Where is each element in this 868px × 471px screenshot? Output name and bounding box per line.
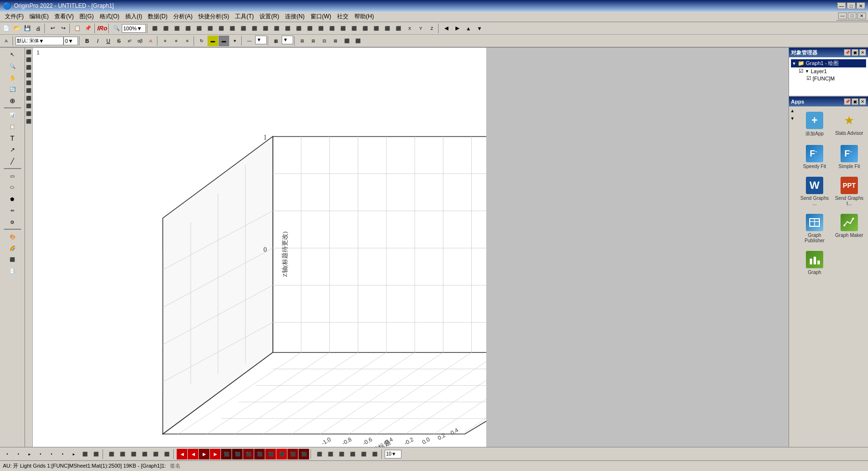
rotate-btn[interactable]: ↻ bbox=[196, 36, 207, 46]
print-button[interactable]: 🖨 bbox=[33, 23, 43, 34]
close-button[interactable]: ✕ bbox=[856, 2, 865, 9]
zoom-in-button[interactable]: 🔍 bbox=[111, 23, 122, 34]
underline-button[interactable]: U bbox=[103, 36, 114, 46]
menu-edit[interactable]: 编辑(E) bbox=[26, 12, 52, 22]
freehand-tool[interactable]: ✏ bbox=[4, 205, 21, 216]
fontsize-dropdown[interactable]: 0▼ bbox=[64, 37, 78, 45]
apps-close-btn[interactable]: ✕ bbox=[859, 98, 866, 105]
data-reader-tool[interactable]: 📊 bbox=[4, 110, 21, 120]
strikethrough-button[interactable]: S bbox=[114, 36, 124, 46]
screen-reader-tool[interactable]: 📋 bbox=[4, 121, 21, 132]
scale-tool[interactable]: ⚙ bbox=[4, 217, 21, 227]
obj-manager-float-btn[interactable]: ▣ bbox=[852, 49, 858, 56]
bt-nav-4[interactable]: ▶ bbox=[210, 449, 220, 459]
tb-btn-h[interactable]: ⬛ bbox=[227, 23, 238, 34]
obj-manager-pin-btn[interactable]: 📌 bbox=[844, 49, 851, 56]
line-draw-tool[interactable]: ╱ bbox=[4, 156, 21, 167]
tb-btn-v[interactable]: ⬛ bbox=[382, 23, 393, 34]
bt-number-dropdown[interactable]: 10▼ bbox=[385, 450, 402, 458]
pointer-tool[interactable]: ↖ bbox=[4, 49, 21, 60]
maximize-button[interactable]: □ bbox=[847, 2, 855, 9]
rs-btn-7[interactable]: ⬛ bbox=[26, 95, 32, 102]
rs-btn-6[interactable]: ⬛ bbox=[26, 87, 32, 94]
arrow-up-btn[interactable]: ▲ bbox=[463, 23, 474, 34]
obj-manager-close-btn[interactable]: ✕ bbox=[859, 49, 866, 56]
app-item-graph[interactable]: Graph bbox=[798, 248, 831, 278]
app-item-stats[interactable]: ★ Stats Advisor bbox=[832, 108, 866, 141]
tb-btn-f[interactable]: ⬛ bbox=[205, 23, 216, 34]
tb-btn-e[interactable]: ⬛ bbox=[194, 23, 205, 34]
color-bar-tool[interactable]: 🌈 bbox=[4, 243, 21, 253]
tb-btn-x[interactable]: X bbox=[404, 23, 415, 34]
bt-btn-3[interactable]: ▸ bbox=[24, 449, 35, 459]
new-button[interactable]: 📄 bbox=[1, 23, 12, 34]
app-item-simplefit[interactable]: F ~ Simple Fit bbox=[832, 142, 866, 172]
bt-nav-10[interactable]: ⬛ bbox=[276, 449, 287, 459]
bt-nav-6[interactable]: ⬛ bbox=[232, 449, 243, 459]
italic-button[interactable]: I bbox=[92, 36, 103, 46]
apps-pin-btn[interactable]: 📌 bbox=[844, 98, 851, 105]
tb-btn-o[interactable]: ⬛ bbox=[305, 23, 315, 34]
tb-btn-c[interactable]: ⬛ bbox=[172, 23, 182, 34]
bt-btn-1[interactable]: • bbox=[2, 449, 13, 459]
tb-extra-a[interactable]: ⬛ bbox=[341, 36, 352, 46]
menu-insert[interactable]: 插入(I) bbox=[122, 12, 145, 22]
bold-button[interactable]: B bbox=[82, 36, 92, 46]
tree-item-graph1[interactable]: ▼ 📁 Graph1 - 绘图 bbox=[791, 59, 866, 67]
bt-btn-11[interactable]: ⬛ bbox=[117, 449, 128, 459]
inner-minimize-button[interactable]: — bbox=[838, 13, 847, 19]
app-item-add[interactable]: + 添加App bbox=[798, 108, 831, 141]
bt-btn-6[interactable]: • bbox=[57, 449, 68, 459]
menu-quick[interactable]: 快捷分析(S) bbox=[195, 12, 232, 22]
text-tool-btn[interactable]: A bbox=[1, 36, 12, 46]
align-center-btn[interactable]: ≡ bbox=[171, 36, 181, 46]
tree-check-layer1[interactable]: ☑ bbox=[799, 68, 803, 74]
bt-extra-1[interactable]: ⬛ bbox=[314, 449, 324, 459]
rs-btn-2[interactable]: ⬛ bbox=[26, 56, 32, 63]
tb-btn-p[interactable]: ⬛ bbox=[316, 23, 326, 34]
rs-btn-10[interactable]: ⬛ bbox=[26, 118, 32, 125]
text-color-btn[interactable]: A bbox=[145, 36, 156, 46]
arrow-left-btn[interactable]: ◀ bbox=[441, 23, 452, 34]
menu-connect[interactable]: 连接(N) bbox=[282, 12, 308, 22]
rs-btn-5[interactable]: ⬛ bbox=[26, 79, 32, 86]
font-dropdown[interactable]: 默认: 宋体▼ bbox=[15, 37, 64, 45]
color2-btn[interactable]: ▬ bbox=[219, 36, 229, 46]
tb-btn-n[interactable]: ⬛ bbox=[294, 23, 304, 34]
polygon-tool[interactable]: ⬟ bbox=[4, 194, 21, 204]
tb-btn-l[interactable]: ⬛ bbox=[272, 23, 282, 34]
rs-btn-8[interactable]: ⬛ bbox=[26, 103, 32, 109]
tb-btn-q[interactable]: ⬛ bbox=[327, 23, 337, 34]
tree-item-func[interactable]: ☑ [FUNC]M bbox=[791, 75, 866, 82]
bt-btn-14[interactable]: ⬛ bbox=[150, 449, 161, 459]
bt-btn-15[interactable]: ⬛ bbox=[161, 449, 172, 459]
inner-maximize-button[interactable]: □ bbox=[848, 13, 856, 19]
tb-btn-i[interactable]: ⬛ bbox=[238, 23, 249, 34]
tb-btn-a[interactable]: ⬛ bbox=[150, 23, 160, 34]
gridsize-btn[interactable]: ▦ bbox=[271, 36, 281, 46]
rect-tool[interactable]: ▭ bbox=[4, 170, 21, 181]
arrow-down-btn[interactable]: ▼ bbox=[474, 23, 485, 34]
redo-button[interactable]: ↪ bbox=[58, 23, 68, 34]
tb-btn-u[interactable]: ⬛ bbox=[371, 23, 382, 34]
bt-nav-9[interactable]: ⬛ bbox=[265, 449, 276, 459]
bt-nav-2[interactable]: ◀ bbox=[188, 449, 198, 459]
gridsize-drop[interactable]: ▼ bbox=[282, 36, 293, 44]
tb-btn-y[interactable]: Y bbox=[415, 23, 426, 34]
ellipse-tool[interactable]: ⬭ bbox=[4, 182, 21, 193]
bt-nav-3[interactable]: ▶ bbox=[199, 449, 209, 459]
alpha-btn[interactable]: αβ bbox=[135, 36, 145, 46]
bt-extra-5[interactable]: ⬛ bbox=[358, 449, 369, 459]
zoom-tool[interactable]: 🔍 bbox=[4, 61, 21, 71]
menu-tools[interactable]: 工具(T) bbox=[232, 12, 257, 22]
menu-analysis[interactable]: 分析(A) bbox=[170, 12, 195, 22]
tb-btn-m[interactable]: ⬛ bbox=[283, 23, 293, 34]
matrix-btn[interactable]: ⊞ bbox=[297, 36, 308, 46]
bt-btn-9[interactable]: ⬛ bbox=[91, 449, 101, 459]
annotation-tool[interactable]: T bbox=[4, 133, 21, 144]
arrow-draw-tool[interactable]: ↗ bbox=[4, 144, 21, 155]
tb-extra-b[interactable]: ⬛ bbox=[352, 36, 363, 46]
rs-btn-9[interactable]: ⬛ bbox=[26, 110, 32, 117]
paste-button[interactable]: 📌 bbox=[83, 23, 93, 34]
tb-btn-z[interactable]: Z bbox=[427, 23, 437, 34]
